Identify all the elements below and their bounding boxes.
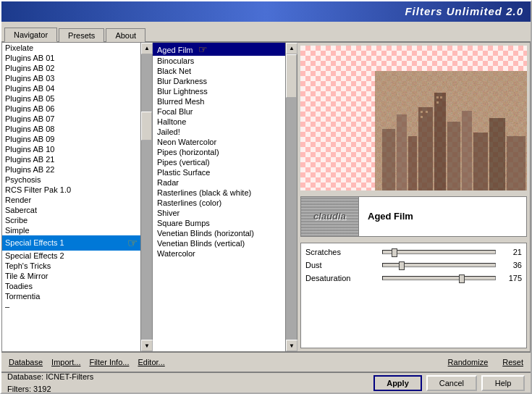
list-item[interactable]: Render [2, 195, 140, 205]
list-item[interactable]: Special Effects 2 [2, 251, 140, 261]
scroll-track[interactable] [286, 54, 297, 340]
tab-bar: Navigator Presets About [1, 22, 531, 42]
filter-item[interactable]: Pipes (horizontal) [153, 147, 285, 157]
scroll-thumb[interactable] [286, 54, 297, 98]
scroll-down-arrow[interactable]: ▼ [141, 340, 153, 351]
filter-item[interactable]: Rasterlines (black & white) [153, 188, 285, 198]
param-slider-track[interactable] [382, 276, 496, 280]
filter-name-display: Aged Film [359, 208, 422, 225]
tab-navigator[interactable]: Navigator [4, 28, 57, 42]
cancel-button[interactable]: Cancel [426, 375, 477, 391]
list-item[interactable]: Tormentia [2, 291, 140, 301]
left-scrollbar[interactable]: ▲ ▼ [140, 43, 152, 351]
list-item[interactable]: Plugins AB 09 [2, 134, 140, 144]
filter-item[interactable]: Blurred Mesh [153, 96, 285, 106]
apply-button[interactable]: Apply [373, 375, 422, 391]
import-button[interactable]: Import... [47, 356, 85, 368]
filter-item[interactable]: Blur Lightness [153, 86, 285, 96]
scroll-track[interactable] [141, 54, 152, 340]
database-status: Database: ICNET-Filters [7, 371, 93, 383]
list-item-special-effects-1[interactable]: Special Effects 1 ☞ [2, 235, 140, 251]
main-content: Pixelate Plugins AB 01 Plugins AB 02 Plu… [1, 42, 531, 352]
param-slider-track[interactable] [382, 250, 496, 254]
scroll-thumb[interactable] [141, 112, 152, 141]
filter-item[interactable]: Shiver [153, 208, 285, 218]
filter-item[interactable]: Blur Darkness [153, 76, 285, 86]
scroll-up-arrow[interactable]: ▲ [141, 43, 153, 54]
filter-item[interactable]: Pipes (vertical) [153, 157, 285, 167]
filter-info-button[interactable]: Filter Info... [85, 356, 133, 368]
scroll-up-arrow[interactable]: ▲ [286, 43, 297, 54]
list-item[interactable]: Teph's Tricks [2, 261, 140, 271]
filter-logo: claudia [301, 197, 359, 236]
list-item[interactable]: Plugins AB 04 [2, 83, 140, 93]
list-item[interactable]: Plugins AB 10 [2, 144, 140, 154]
list-item[interactable]: Psychosis [2, 175, 140, 185]
param-slider-thumb[interactable] [392, 248, 397, 257]
status-info: Database: ICNET-Filters Filters: 3192 [7, 371, 93, 394]
param-row-scratches: Scratches 21 [305, 248, 522, 256]
middle-scrollbar[interactable]: ▲ ▼ [285, 43, 297, 351]
arrow-hand-icon: ☞ [198, 43, 208, 55]
list-item[interactable]: Plugins AB 21 [2, 154, 140, 164]
filter-item[interactable]: Neon Watercolor [153, 137, 285, 147]
list-item[interactable]: Sabercat [2, 205, 140, 215]
list-item[interactable]: – [2, 301, 140, 311]
filter-item[interactable]: Venetian Blinds (vertical) [153, 238, 285, 248]
category-list: Pixelate Plugins AB 01 Plugins AB 02 Plu… [2, 43, 140, 351]
tab-about[interactable]: About [106, 28, 145, 42]
arrow-hand-icon: ☞ [127, 236, 138, 250]
filter-item[interactable]: Binoculars [153, 56, 285, 66]
filter-item[interactable]: Plastic Surface [153, 167, 285, 177]
filter-item[interactable]: Venetian Blinds (horizontal) [153, 228, 285, 238]
app-title: Filters Unlimited 2.0 [405, 5, 523, 17]
preview-area [300, 46, 527, 190]
list-item[interactable]: Tile & Mirror [2, 271, 140, 281]
filter-panel: Aged Film ☞ Binoculars Black Net Blur Da… [153, 43, 297, 351]
list-item[interactable]: Plugins AB 06 [2, 104, 140, 114]
reset-button[interactable]: Reset [498, 356, 528, 368]
list-item[interactable]: Scribe [2, 215, 140, 225]
list-item[interactable]: Simple [2, 225, 140, 235]
param-label: Scratches [305, 248, 378, 256]
param-slider-thumb[interactable] [399, 261, 405, 270]
param-value: 36 [500, 261, 522, 269]
filter-item[interactable]: Watercolor [153, 248, 285, 259]
filter-item[interactable]: Square Bumps [153, 218, 285, 228]
help-button[interactable]: Help [481, 375, 525, 391]
list-item[interactable]: Plugins AB 08 [2, 124, 140, 134]
param-label: Dust [305, 261, 378, 269]
filter-item[interactable]: Jailed! [153, 127, 285, 137]
randomize-button[interactable]: Randomize [444, 356, 493, 368]
tab-presets[interactable]: Presets [59, 28, 104, 42]
action-buttons: Apply Cancel Help [373, 375, 525, 391]
database-button[interactable]: Database [4, 356, 47, 368]
list-item[interactable]: Plugins AB 05 [2, 93, 140, 104]
editor-button[interactable]: Editor... [133, 356, 169, 368]
list-item[interactable]: Plugins AB 07 [2, 114, 140, 124]
filter-item[interactable]: Radar [153, 177, 285, 188]
scroll-down-arrow[interactable]: ▼ [286, 340, 297, 351]
filter-item[interactable]: Focal Blur [153, 106, 285, 117]
right-panel: claudia Aged Film Scratches 21 [297, 43, 530, 351]
filters-status: Filters: 3192 [7, 383, 93, 395]
status-bar: Database: ICNET-Filters Filters: 3192 Ap… [1, 372, 531, 393]
list-item[interactable]: RCS Filter Pak 1.0 [2, 185, 140, 195]
param-value: 21 [500, 248, 522, 256]
list-item[interactable]: Plugins AB 22 [2, 164, 140, 175]
list-item[interactable]: Plugins AB 01 [2, 53, 140, 63]
filter-item[interactable]: Black Net [153, 66, 285, 76]
filter-item[interactable]: Rasterlines (color) [153, 198, 285, 208]
list-item[interactable]: Pixelate [2, 43, 140, 53]
param-slider-thumb[interactable] [459, 274, 465, 283]
list-item[interactable]: Plugins AB 03 [2, 73, 140, 83]
app-window: Filters Unlimited 2.0 Navigator Presets … [0, 0, 532, 394]
params-area: Scratches 21 Dust 36 Desaturation [300, 243, 527, 348]
filter-item[interactable]: Halltone [153, 117, 285, 127]
list-item[interactable]: Plugins AB 02 [2, 63, 140, 73]
list-item[interactable]: Toadies [2, 281, 140, 291]
filter-info-box: claudia Aged Film [300, 196, 527, 237]
param-slider-track[interactable] [382, 263, 496, 267]
filter-item-aged-film[interactable]: Aged Film ☞ [153, 43, 285, 56]
left-panel: Pixelate Plugins AB 01 Plugins AB 02 Plu… [2, 43, 153, 351]
